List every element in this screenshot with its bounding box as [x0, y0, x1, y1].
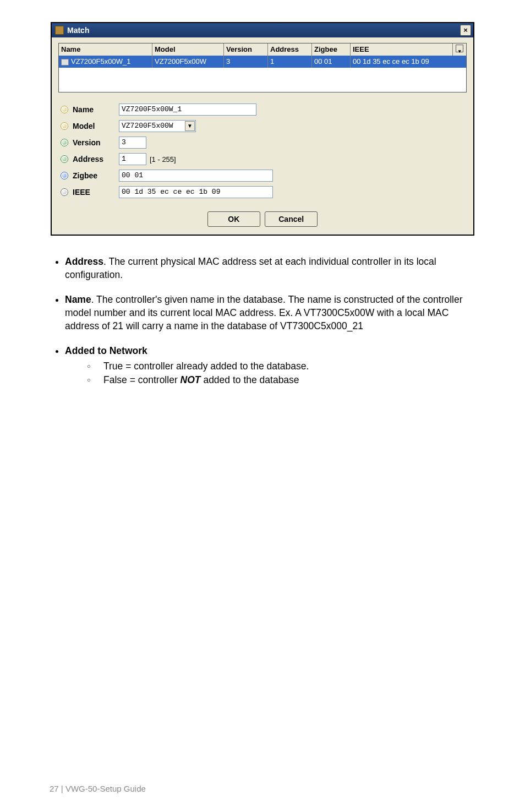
cell-version: 3: [224, 56, 268, 68]
bullet-added: Added to Network True = controller alrea…: [65, 345, 475, 387]
cell-name: VZ7200F5x00W_1: [59, 56, 152, 68]
bullet-name: Name. The controller's given name in the…: [65, 293, 475, 333]
bullet-added-label: Added to Network: [65, 345, 147, 356]
close-button[interactable]: ×: [460, 25, 471, 36]
match-dialog: Match × Name Model Version Address Zigbe…: [51, 22, 474, 236]
button-row: OK Cancel: [58, 211, 467, 227]
cell-ieee: 00 1d 35 ec ce ec 1b 09: [351, 56, 466, 68]
dialog-titlebar: Match ×: [52, 23, 473, 37]
sub-true: True = controller already added to the d…: [87, 360, 475, 373]
col-zigbee[interactable]: Zigbee: [312, 43, 351, 56]
label-address: Address: [73, 155, 119, 164]
bullet-address: Address. The current physical MAC addres…: [65, 255, 475, 281]
table-row[interactable]: VZ7200F5x00W_1 VZ7200F5x00W 3 1 00 01 00…: [59, 56, 466, 68]
chevron-down-icon[interactable]: ▼: [185, 121, 195, 131]
label-ieee: IEEE: [73, 188, 119, 197]
dialog-title: Match: [67, 23, 89, 37]
table-header-row: Name Model Version Address Zigbee IEEE ▾: [59, 43, 466, 56]
zigbee-input[interactable]: 00 01: [119, 170, 273, 182]
table-blank: [59, 68, 466, 92]
ieee-input[interactable]: 00 1d 35 ec ce ec 1b 09: [119, 186, 273, 198]
address-input[interactable]: 1: [119, 153, 146, 165]
label-version: Version: [73, 138, 119, 147]
col-name[interactable]: Name: [59, 43, 152, 56]
radio-model[interactable]: [61, 122, 68, 130]
radio-ieee[interactable]: [61, 188, 68, 196]
ok-button[interactable]: OK: [207, 211, 260, 227]
radio-name[interactable]: [61, 106, 68, 113]
row-name: Name VZ7200F5x00W_1: [61, 101, 464, 118]
app-icon: [55, 26, 64, 35]
cell-address: 1: [268, 56, 312, 68]
radio-version[interactable]: [61, 139, 68, 146]
radio-zigbee[interactable]: [61, 172, 68, 179]
radio-address[interactable]: [61, 155, 68, 163]
label-model: Model: [73, 122, 119, 130]
device-icon: [61, 59, 69, 66]
page-footer: 27 | VWG-50-Setup Guide: [50, 784, 146, 793]
model-combo[interactable]: VZ7200F5x00W: [119, 120, 196, 132]
bullet-name-label: Name: [65, 294, 91, 305]
cell-model: VZ7200F5x00W: [152, 56, 224, 68]
form-area: Name VZ7200F5x00W_1 Model VZ7200F5x00W ▼…: [58, 98, 467, 204]
col-model[interactable]: Model: [152, 43, 224, 56]
bullet-address-text: . The current physical MAC address set a…: [65, 256, 436, 280]
bullet-address-label: Address: [65, 256, 103, 267]
bullet-name-text: . The controller's given name in the dat…: [65, 294, 463, 331]
name-input[interactable]: VZ7200F5x00W_1: [119, 103, 256, 116]
document-text: Address. The current physical MAC addres…: [50, 255, 475, 387]
row-address: Address 1 [1 - 255]: [61, 151, 464, 167]
address-range: [1 - 255]: [150, 155, 176, 164]
version-input[interactable]: 3: [119, 137, 146, 149]
label-name: Name: [73, 105, 119, 114]
label-zigbee: Zigbee: [73, 171, 119, 180]
row-model: Model VZ7200F5x00W ▼: [61, 118, 464, 134]
col-ieee[interactable]: IEEE: [351, 43, 453, 56]
row-ieee: IEEE 00 1d 35 ec ce ec 1b 09: [61, 184, 464, 200]
cancel-button[interactable]: Cancel: [265, 211, 318, 227]
col-address[interactable]: Address: [268, 43, 312, 56]
col-version[interactable]: Version: [224, 43, 268, 56]
results-table: Name Model Version Address Zigbee IEEE ▾…: [58, 43, 467, 92]
sub-false: False = controller NOT added to the data…: [87, 374, 475, 387]
col-menu[interactable]: ▾: [453, 43, 466, 56]
cell-zigbee: 00 01: [312, 56, 351, 68]
row-version: Version 3: [61, 134, 464, 151]
row-zigbee: Zigbee 00 01: [61, 167, 464, 184]
